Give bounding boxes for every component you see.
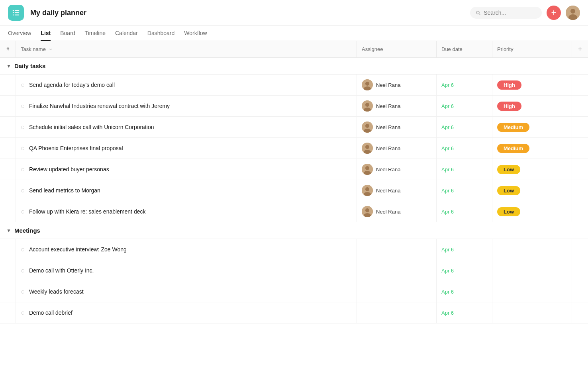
svg-point-9: [570, 9, 575, 14]
due-date-cell: Apr 6: [437, 302, 492, 323]
nav-tab-dashboard[interactable]: Dashboard: [147, 26, 175, 41]
user-avatar[interactable]: [566, 6, 580, 20]
row-number: [0, 74, 16, 95]
priority-cell: Medium: [492, 138, 572, 159]
due-date-text: Apr 6: [441, 124, 454, 130]
due-date-cell: Apr 6: [437, 138, 492, 159]
section-header-daily-tasks: ▼ Daily tasks: [0, 58, 588, 74]
task-name-text: Send agenda for today's demo call: [29, 82, 115, 88]
task-check-icon[interactable]: ○: [21, 245, 25, 254]
col-due-date: Due date: [437, 41, 492, 57]
search-bar[interactable]: [470, 7, 542, 19]
row-add[interactable]: [572, 159, 588, 180]
task-name-text: Account executive interview: Zoe Wong: [29, 246, 127, 253]
task-name-cell: ○ Review updated buyer personas: [16, 159, 357, 180]
priority-badge: High: [497, 102, 521, 111]
row-number: [0, 159, 16, 180]
assignee-name: Neel Rana: [376, 167, 400, 172]
assignee-name: Neel Rana: [376, 145, 400, 151]
task-check-icon[interactable]: ○: [21, 267, 25, 275]
row-add[interactable]: [572, 260, 588, 281]
col-number: #: [0, 41, 16, 57]
row-add[interactable]: [572, 74, 588, 95]
section-toggle[interactable]: ▼: [6, 228, 11, 233]
assignee-cell: [357, 302, 437, 323]
task-name-text: Finalize Narwhal Industries renewal cont…: [29, 103, 170, 109]
table-row[interactable]: ○ Finalize Narwhal Industries renewal co…: [0, 96, 588, 117]
due-date-cell: Apr 6: [437, 117, 492, 137]
row-number: [0, 138, 16, 159]
row-add[interactable]: [572, 117, 588, 137]
nav-tab-list[interactable]: List: [41, 26, 51, 41]
task-check-icon[interactable]: ○: [21, 288, 25, 296]
task-check-icon[interactable]: ○: [21, 102, 25, 110]
row-add[interactable]: [572, 138, 588, 159]
table-row[interactable]: ○ Follow up with Kiera re: sales enablem…: [0, 201, 588, 222]
nav-tab-calendar[interactable]: Calendar: [115, 26, 138, 41]
header: My daily planner +: [0, 0, 588, 26]
assignee-cell: [357, 281, 437, 302]
table-row[interactable]: ○ Demo call debrief Apr 6: [0, 302, 588, 323]
due-date-text: Apr 6: [441, 247, 454, 253]
task-name-text: Send lead metrics to Morgan: [29, 187, 100, 194]
svg-point-24: [365, 166, 369, 170]
task-check-icon[interactable]: ○: [21, 165, 25, 174]
row-add[interactable]: [572, 180, 588, 201]
task-check-icon[interactable]: ○: [21, 123, 25, 131]
task-name-cell: ○ Demo call debrief: [16, 302, 357, 323]
due-date-cell: Apr 6: [437, 239, 492, 260]
priority-cell: [492, 260, 572, 281]
nav-tabs: OverviewListBoardTimelineCalendarDashboa…: [0, 26, 588, 41]
priority-cell: Medium: [492, 117, 572, 137]
assignee-avatar: [362, 164, 373, 175]
row-add[interactable]: [572, 96, 588, 116]
task-name-text: Demo call with Otterly Inc.: [29, 267, 94, 274]
row-number: [0, 302, 16, 323]
assignee-cell: [357, 239, 437, 260]
svg-rect-3: [15, 10, 19, 11]
sections-container: ▼ Daily tasks ○ Send agenda for today's …: [0, 58, 588, 323]
table-row[interactable]: ○ QA Phoenix Enterprises final proposal …: [0, 138, 588, 159]
nav-tab-overview[interactable]: Overview: [8, 26, 31, 41]
col-add[interactable]: +: [572, 41, 588, 57]
assignee-cell: Neel Rana: [357, 159, 437, 180]
row-number: [0, 260, 16, 281]
assignee-avatar: [362, 206, 373, 217]
assignee-name: Neel Rana: [376, 188, 400, 194]
task-check-icon[interactable]: ○: [21, 208, 25, 216]
nav-tab-timeline[interactable]: Timeline: [85, 26, 106, 41]
table-row[interactable]: ○ Send lead metrics to Morgan Neel Rana …: [0, 180, 588, 201]
priority-cell: [492, 239, 572, 260]
table-row[interactable]: ○ Send agenda for today's demo call Neel…: [0, 74, 588, 96]
assignee-avatar: [362, 79, 373, 90]
task-check-icon[interactable]: ○: [21, 81, 25, 89]
col-task-name: Task name: [16, 41, 357, 57]
app-icon: [8, 5, 24, 21]
col-assignee: Assignee: [357, 41, 437, 57]
nav-tab-board[interactable]: Board: [60, 26, 75, 41]
row-number: [0, 180, 16, 201]
table-row[interactable]: ○ Demo call with Otterly Inc. Apr 6: [0, 260, 588, 281]
row-add[interactable]: [572, 302, 588, 323]
table-row[interactable]: ○ Weekly leads forecast Apr 6: [0, 281, 588, 302]
nav-tab-workflow[interactable]: Workflow: [184, 26, 207, 41]
due-date-text: Apr 6: [441, 188, 454, 194]
row-add[interactable]: [572, 201, 588, 222]
task-check-icon[interactable]: ○: [21, 309, 25, 317]
svg-line-7: [479, 14, 480, 15]
assignee-cell: Neel Rana: [357, 117, 437, 137]
search-input[interactable]: [484, 10, 536, 16]
table-row[interactable]: ○ Review updated buyer personas Neel Ran…: [0, 159, 588, 180]
table-row[interactable]: ○ Account executive interview: Zoe Wong …: [0, 239, 588, 260]
svg-point-12: [365, 82, 369, 86]
dropdown-icon: [48, 47, 53, 52]
row-add[interactable]: [572, 281, 588, 302]
add-button[interactable]: +: [547, 6, 561, 20]
row-number: [0, 96, 16, 116]
task-check-icon[interactable]: ○: [21, 144, 25, 153]
section-toggle[interactable]: ▼: [6, 63, 11, 69]
task-check-icon[interactable]: ○: [21, 186, 25, 195]
table-row[interactable]: ○ Schedule initial sales call with Unico…: [0, 117, 588, 138]
row-add[interactable]: [572, 239, 588, 260]
assignee-cell: [357, 260, 437, 281]
